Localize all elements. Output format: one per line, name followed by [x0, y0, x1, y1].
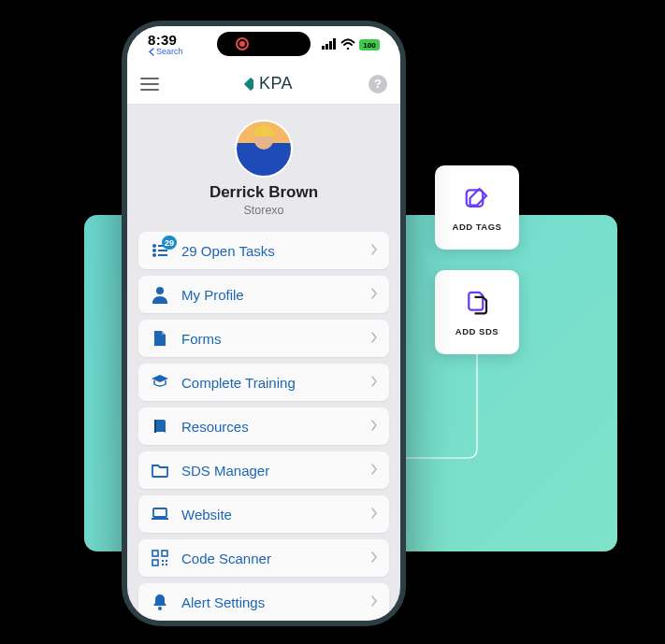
chevron-right-icon	[370, 286, 378, 303]
menu-resources[interactable]: Resources	[138, 408, 389, 445]
add-sds-label: ADD SDS	[455, 326, 499, 336]
chevron-right-icon	[370, 594, 378, 610]
svg-rect-4	[333, 38, 336, 50]
signal-icon	[322, 36, 337, 53]
status-clock: 8:39	[148, 32, 183, 48]
add-tags-label: ADD TAGS	[453, 222, 502, 232]
svg-rect-17	[152, 551, 158, 556]
svg-rect-2	[325, 44, 328, 50]
svg-rect-11	[158, 250, 167, 251]
svg-point-13	[156, 287, 164, 294]
folder-icon	[150, 460, 170, 480]
menu-label: Alert Settings	[181, 594, 370, 610]
svg-rect-18	[162, 551, 167, 556]
svg-rect-21	[166, 560, 167, 562]
menu-code-scanner[interactable]: Code Scanner	[138, 539, 389, 577]
add-tags-card[interactable]: ADD TAGS	[435, 165, 519, 250]
chevron-right-icon	[370, 506, 378, 522]
brand-text: KPA	[259, 74, 293, 93]
svg-rect-16	[152, 518, 168, 520]
chevron-right-icon	[370, 418, 378, 435]
edit-icon	[463, 184, 491, 212]
laptop-icon	[150, 504, 170, 524]
menu-label: Website	[181, 507, 370, 522]
menu-label: 29 Open Tasks	[181, 243, 370, 259]
hamburger-icon[interactable]	[140, 78, 159, 91]
training-icon	[150, 372, 170, 393]
user-icon	[150, 284, 170, 305]
svg-point-8	[152, 249, 156, 252]
wifi-icon	[340, 36, 355, 53]
avatar[interactable]	[235, 120, 293, 178]
phone-screen: 8:39 Search 100 KPA ?	[127, 26, 400, 621]
menu-label: Resources	[181, 419, 370, 435]
menu-open-tasks[interactable]: 29 29 Open Tasks	[138, 232, 389, 269]
tasks-icon: 29	[150, 240, 170, 261]
app-header: KPA ?	[127, 64, 400, 105]
status-bar: 8:39 Search 100	[127, 26, 400, 64]
profile-name: Derrick Brown	[127, 183, 400, 202]
chevron-right-icon	[370, 374, 378, 391]
menu-label: Forms	[181, 331, 370, 347]
menu-complete-training[interactable]: Complete Training	[138, 364, 389, 401]
qr-icon	[150, 548, 170, 568]
menu-label: Code Scanner	[181, 551, 370, 566]
menu-list: 29 29 Open Tasks My Profile Forms Comple…	[127, 228, 400, 621]
resources-icon	[150, 416, 170, 436]
menu-label: Complete Training	[181, 375, 370, 391]
svg-rect-20	[162, 560, 164, 562]
svg-rect-15	[153, 508, 166, 517]
search-back[interactable]: Search	[148, 47, 183, 56]
svg-rect-22	[162, 564, 164, 565]
menu-website[interactable]: Website	[138, 495, 389, 533]
chevron-right-icon	[370, 462, 378, 479]
chevron-left-icon	[148, 48, 154, 56]
menu-sds-manager[interactable]: SDS Manager	[138, 451, 389, 489]
svg-rect-3	[329, 41, 332, 50]
chevron-right-icon	[370, 242, 378, 259]
brand-logo: KPA	[235, 74, 293, 93]
tasks-badge: 29	[162, 236, 177, 250]
svg-point-9	[152, 253, 156, 257]
svg-rect-14	[154, 420, 156, 433]
menu-label: SDS Manager	[181, 463, 370, 479]
phone-frame: 8:39 Search 100 KPA ?	[122, 21, 406, 626]
bell-icon	[150, 592, 170, 612]
profile-block: Derrick Brown Storexo	[127, 105, 400, 228]
svg-point-7	[152, 244, 156, 248]
menu-forms[interactable]: Forms	[138, 320, 389, 357]
chevron-right-icon	[370, 550, 378, 566]
dynamic-island	[217, 32, 311, 56]
add-sds-card[interactable]: ADD SDS	[435, 270, 519, 354]
menu-alert-settings[interactable]: Alert Settings	[138, 583, 389, 621]
help-icon[interactable]: ?	[369, 75, 387, 93]
battery-icon: 100	[359, 39, 380, 50]
chevron-right-icon	[370, 330, 378, 347]
menu-label: My Profile	[181, 287, 370, 303]
forms-icon	[150, 328, 170, 349]
logo-icon	[235, 75, 253, 93]
svg-rect-6	[244, 77, 253, 90]
svg-rect-23	[166, 564, 167, 565]
svg-rect-12	[158, 254, 167, 256]
documents-icon	[463, 289, 491, 317]
svg-rect-19	[152, 560, 158, 565]
profile-org: Storexo	[127, 204, 400, 217]
recording-icon	[236, 37, 249, 50]
svg-rect-1	[322, 46, 325, 50]
menu-my-profile[interactable]: My Profile	[138, 276, 389, 313]
svg-point-24	[158, 607, 162, 610]
